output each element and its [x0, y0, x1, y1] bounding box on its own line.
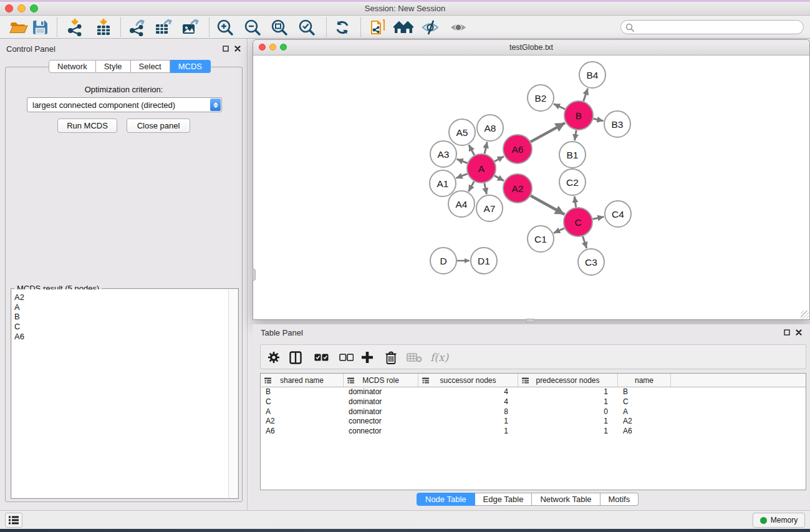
memory-button[interactable]: Memory — [753, 513, 805, 528]
graph-node-C[interactable]: C — [564, 208, 592, 236]
graph-node-A8[interactable]: A8 — [477, 115, 503, 141]
toggle-column-view-button[interactable] — [289, 349, 302, 365]
cell-MCDS-role[interactable]: dominator — [344, 397, 418, 407]
mcds-result-list[interactable]: A2ABCA6 — [12, 289, 238, 498]
window-bottom-scrollbar-nub[interactable] — [526, 319, 534, 322]
graph-edge-A2-C[interactable] — [531, 196, 564, 215]
search-input[interactable] — [636, 21, 798, 33]
cell-successor-nodes[interactable]: 8 — [418, 407, 518, 417]
cell-name[interactable]: C — [618, 397, 671, 407]
graph-edge-B-B3[interactable] — [593, 118, 603, 121]
zoom-in-button[interactable] — [214, 18, 236, 37]
graph-node-C3[interactable]: C3 — [578, 249, 604, 275]
import-table-button[interactable] — [92, 18, 115, 37]
graph-node-B[interactable]: B — [564, 101, 593, 130]
tab-network[interactable]: Network — [49, 60, 96, 73]
tab-edge-table[interactable]: Edge Table — [475, 493, 533, 506]
table-row[interactable]: A2connector11A2 — [261, 417, 806, 427]
cell-shared-name[interactable]: A6 — [261, 427, 344, 437]
open-session-button[interactable] — [7, 18, 30, 37]
table-settings-button[interactable] — [267, 349, 281, 365]
save-session-button[interactable] — [29, 18, 51, 37]
close-panel-icon[interactable] — [796, 329, 802, 336]
deselect-all-columns-button[interactable] — [339, 349, 354, 365]
tab-motifs[interactable]: Motifs — [600, 493, 639, 506]
graph-node-B1[interactable]: B1 — [559, 142, 586, 168]
cell-predecessor-nodes[interactable]: 1 — [518, 427, 618, 437]
column-header-shared-name[interactable]: shared name — [261, 374, 344, 387]
cell-shared-name[interactable]: A — [261, 407, 344, 417]
graph-node-D[interactable]: D — [430, 248, 456, 274]
cell-name[interactable]: A — [618, 407, 671, 417]
graph-node-C4[interactable]: C4 — [605, 201, 631, 227]
window-resize-grip[interactable] — [801, 311, 809, 319]
window-left-scrollbar-nub[interactable] — [253, 269, 256, 281]
close-panel-icon[interactable] — [234, 46, 241, 52]
cell-MCDS-role[interactable]: dominator — [344, 387, 418, 397]
mcds-result-item[interactable]: C — [12, 322, 238, 332]
table-row[interactable]: Adominator80A — [261, 407, 806, 417]
graph-edge-C-C3[interactable] — [583, 236, 587, 248]
cell-name[interactable]: B — [618, 387, 671, 397]
export-image-button[interactable] — [179, 18, 201, 37]
new-network-from-selection-button[interactable] — [367, 18, 389, 37]
cell-shared-name[interactable]: B — [261, 387, 344, 397]
graph-edge-A-A8[interactable] — [485, 142, 487, 154]
node-table[interactable]: shared nameMCDS rolesuccessor nodesprede… — [260, 373, 806, 490]
cell-successor-nodes[interactable]: 4 — [418, 397, 518, 407]
table-row[interactable]: A6connector11A6 — [261, 427, 806, 437]
graph-edge-A6-B[interactable] — [531, 123, 565, 142]
node-table-header[interactable]: shared nameMCDS rolesuccessor nodesprede… — [261, 374, 806, 387]
float-panel-icon[interactable] — [784, 329, 790, 336]
graph-edge-A-A2[interactable] — [494, 176, 504, 181]
select-all-columns-button[interactable] — [314, 349, 329, 365]
delete-column-button[interactable] — [385, 349, 397, 365]
float-panel-icon[interactable] — [223, 46, 229, 52]
export-table-button[interactable] — [152, 18, 175, 37]
hide-graphics-details-button[interactable] — [419, 18, 441, 37]
graph-node-A7[interactable]: A7 — [476, 195, 503, 221]
graph-node-B2[interactable]: B2 — [528, 85, 554, 111]
cell-successor-nodes[interactable]: 4 — [418, 387, 518, 397]
column-header-predecessor-nodes[interactable]: predecessor nodes — [518, 374, 618, 387]
cell-predecessor-nodes[interactable]: 1 — [518, 397, 618, 407]
graph-node-A1[interactable]: A1 — [430, 170, 456, 196]
tab-node-table[interactable]: Node Table — [417, 493, 475, 506]
cell-predecessor-nodes[interactable]: 0 — [518, 407, 618, 417]
table-row[interactable]: Cdominator41C — [261, 397, 806, 407]
cell-name[interactable]: A2 — [618, 417, 671, 427]
graph-edge-A-A4[interactable] — [468, 181, 474, 191]
refresh-view-button[interactable] — [331, 18, 354, 37]
graph-node-B3[interactable]: B3 — [604, 111, 630, 137]
tab-select[interactable]: Select — [131, 60, 170, 73]
graph-node-B4[interactable]: B4 — [579, 62, 605, 88]
network-graph-canvas[interactable]: B4B2BB3A8A5A6A3B1AC2A1A2A4A7C4CC1C3DD1 — [253, 56, 809, 319]
cell-MCDS-role[interactable]: dominator — [344, 407, 418, 417]
graph-edge-C-C2[interactable] — [574, 196, 576, 207]
cell-shared-name[interactable]: A2 — [261, 417, 344, 427]
run-mcds-button[interactable]: Run MCDS — [57, 118, 117, 133]
mcds-result-item[interactable]: A2 — [12, 293, 238, 302]
criterion-dropdown[interactable]: largest connected component (directed) — [27, 97, 222, 112]
search-field[interactable] — [620, 20, 804, 34]
column-header-name[interactable]: name — [618, 374, 671, 387]
graph-edge-B-B2[interactable] — [554, 104, 565, 109]
mcds-result-scrollbar[interactable] — [228, 289, 238, 498]
export-network-button[interactable] — [126, 18, 148, 37]
import-network-button[interactable] — [64, 18, 87, 37]
cell-MCDS-role[interactable]: connector — [344, 417, 418, 427]
graph-edge-B-B4[interactable] — [584, 89, 588, 102]
graph-node-A[interactable]: A — [467, 154, 496, 183]
cell-MCDS-role[interactable]: connector — [344, 427, 418, 437]
mcds-result-item[interactable]: B — [12, 312, 238, 322]
cell-successor-nodes[interactable]: 1 — [418, 417, 518, 427]
task-history-button[interactable] — [5, 513, 22, 528]
graph-node-A5[interactable]: A5 — [449, 119, 475, 145]
graph-node-A2[interactable]: A2 — [503, 174, 532, 203]
tab-mcds[interactable]: MCDS — [170, 60, 211, 73]
cell-predecessor-nodes[interactable]: 1 — [518, 387, 618, 397]
mcds-result-item[interactable]: A — [12, 302, 238, 312]
graph-edge-A-A6[interactable] — [494, 157, 504, 162]
column-header-successor-nodes[interactable]: successor nodes — [418, 374, 518, 387]
zoom-selected-button[interactable] — [296, 18, 318, 37]
